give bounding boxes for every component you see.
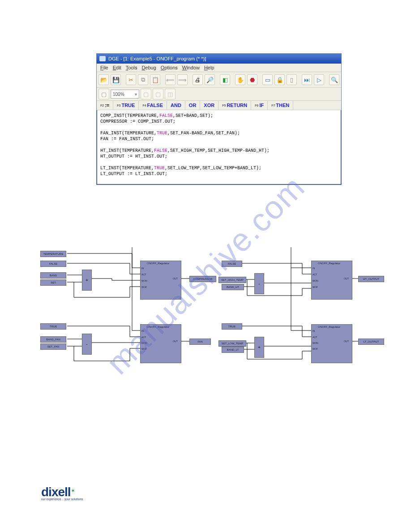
f4-false[interactable]: F4FALSE [139,101,167,110]
menu-edit[interactable]: Edit [113,65,121,70]
function-key-bar: F2:= F3TRUE F4FALSE AND OR XOR F5RETURN … [97,101,341,110]
cut-icon[interactable]: ✂ [126,74,136,85]
page2-icon[interactable]: ▢ [153,89,163,99]
reg-title-4: ONOFF_Regulator [318,326,340,328]
titlebar: DGE - [1: Example5 - ONOFF_program (* *)… [97,54,341,64]
separator [326,75,327,85]
menubar: FFileile Edit Tools Debug Options Window… [97,64,341,72]
paste-icon[interactable]: 📋 [150,74,160,85]
tag-temperature: TEMPERATURE [40,251,66,257]
save-icon[interactable]: 💾 [111,74,121,85]
tag-band-ht: BAND_HT [222,284,244,290]
tag-compressor: COMPRESSOR [189,276,216,282]
tag-true-2: TRUE [222,323,242,330]
toolbar-main: 📂 💾 ✂ ⧉ 📋 ⟸ ⟹ 🖨 🔎 ◧ ✋ ⬣ ▭ 🔒 ▯ ⏭ ▷ 🔍 [97,72,341,88]
port-in-4: IN [313,330,315,332]
play-icon[interactable]: ▷ [314,74,324,85]
separator [299,75,300,85]
stop-icon[interactable]: ✋ [235,74,245,85]
ide-window: DGE - [1: Example5 - ONOFF_program (* *)… [96,53,342,185]
port-act: ACT [141,273,146,276]
tag-set-high-temp: SET_HIGH_TEMP [218,277,246,283]
tag-set-low-temp: SET_LOW_TEMP [218,340,246,347]
zoom-icon[interactable]: 🔍 [329,74,339,85]
logo-tagline: our experience... your solutions [41,498,83,501]
zoom-input[interactable]: 100%▾ [111,90,139,99]
page1-icon[interactable]: ▢ [141,89,151,99]
open-icon[interactable]: 📂 [98,74,109,85]
tag-band-lt: BAND_LT [222,347,244,353]
port-in: IN [141,267,144,270]
port-won-3: WON [313,279,318,282]
port-wof-4: WOF [313,348,318,350]
reg-title-3: ONOFF_Regulator [318,262,340,265]
page3-icon[interactable]: ◫ [165,89,176,99]
f5-return[interactable]: F5RETURN [218,101,251,110]
app-icon [99,56,106,61]
port-wof-2: WOF [141,348,147,350]
separator [189,75,191,85]
lock-icon[interactable]: 🔒 [274,74,285,85]
port-act-4: ACT [313,336,317,339]
separator [232,75,233,85]
find-icon[interactable]: 🔎 [205,74,215,85]
tag-set: SET [40,279,66,286]
op-plus-2: + [254,337,264,358]
tag-fan: FAN [189,339,211,345]
tag-ht-output: HT_OUTPUT [358,276,384,282]
separator [259,75,261,85]
port-out-3: OUT [344,277,349,280]
tag-lt-output: LT_OUTPUT [358,339,384,345]
port-in-2: IN [141,330,144,332]
f2-assign[interactable]: F2:= [97,101,113,110]
port-won-4: WON [313,342,318,344]
tag-set-fan: SET_FAN [40,343,66,350]
tag-false: FALSE [40,261,66,267]
kw-or[interactable]: OR [185,101,201,110]
port-won-2: WON [141,342,147,344]
menu-help[interactable]: Help [204,65,214,70]
separator [217,75,218,85]
port-wof-3: WOF [313,286,318,288]
tag-band-fan: BAND_FAN [40,336,66,343]
menu-file[interactable]: FFileile [100,65,108,70]
toolbar-secondary: ▢ 100%▾ ▢ ▢ ◫ [97,88,341,101]
block-icon[interactable]: ◧ [220,74,230,85]
menu-window[interactable]: Window [182,65,200,70]
op-minus: - [82,334,92,355]
port-out: OUT [173,277,178,280]
kw-and[interactable]: AND [167,101,185,110]
port-out-4: OUT [344,340,349,343]
print-icon[interactable]: 🖨 [193,74,203,85]
skip-icon[interactable]: ⏭ [302,74,312,85]
code-editor[interactable]: COMP_INST(TEMPERATURE,FALSE,SET+BAND,SET… [97,110,341,180]
reg-title-2: ONOFF_Regulator [147,326,169,328]
tag-true: TRUE [40,323,66,330]
kw-xor[interactable]: XOR [200,101,218,110]
block-diagram: TEMPERATURE FALSE BAND SET + ONOFF_Regul… [40,247,367,382]
port-act-3: ACT [313,273,317,276]
menu-debug[interactable]: Debug [141,65,156,70]
tag-band: BAND [40,272,66,279]
tag-false-2: FALSE [222,261,242,267]
port-wof: WOF [141,286,147,288]
f7-then[interactable]: F7THEN [268,101,293,110]
separator [162,75,163,85]
f6-if[interactable]: F6IF [251,101,268,110]
copy-icon[interactable]: ⧉ [138,74,148,85]
doc-icon[interactable]: ▢ [98,89,109,99]
separator [123,75,124,85]
disk-icon[interactable]: ▯ [287,74,297,85]
brand-logo: dixell✶ our experience... your solutions [41,485,83,501]
f3-true[interactable]: F3TRUE [113,101,139,110]
redo-icon[interactable]: ⟹ [177,74,188,85]
window-icon[interactable]: ▭ [262,74,273,85]
op-minus-2: - [254,273,264,294]
menu-tools[interactable]: Tools [126,65,137,70]
menu-options[interactable]: Options [161,65,178,70]
logo-star-icon: ✶ [71,488,75,494]
record-icon[interactable]: ⬣ [247,74,257,85]
reg-title-1: ONOFF_Regulator [147,262,169,265]
undo-icon[interactable]: ⟸ [165,74,176,85]
port-in-3: IN [313,267,315,270]
